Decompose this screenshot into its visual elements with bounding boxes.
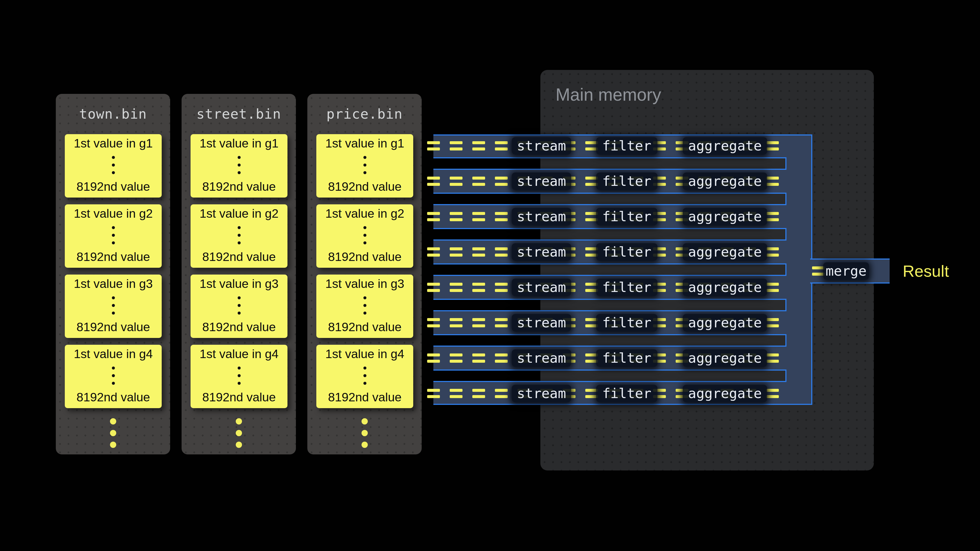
ellipsis-dots-icon [238,367,241,385]
column-file-panel: price.bin 1st value in g1 8192nd value 1… [307,94,422,454]
equals-dash-icon [427,141,440,151]
merge-branch: merge [810,259,889,284]
granule-first-value: 1st value in g4 [74,347,153,361]
granule-blocks: 1st value in g1 8192nd value 1st value i… [181,134,296,408]
pipeline-slot [433,193,786,205]
equals-dash-icon [472,176,485,186]
granule-first-value: 1st value in g1 [200,136,278,151]
filter-box: filter [596,137,657,154]
granule-first-value: 1st value in g4 [200,347,278,361]
equals-dash-icon [766,141,779,151]
ellipsis-dots-icon [238,296,241,314]
equals-dash-icon [495,318,508,327]
column-file-panel: town.bin 1st value in g1 8192nd value 1s… [56,94,170,454]
granule-last-value: 8192nd value [202,390,276,404]
filter-box: filter [596,349,657,367]
equals-dash-icon [427,283,440,292]
aggregate-box: aggregate [683,173,767,190]
granule-last-value: 8192nd value [328,320,401,334]
column-file-panel: street.bin 1st value in g1 8192nd value … [181,94,296,454]
ellipsis-dots-icon [181,418,296,448]
granule-blocks: 1st value in g1 8192nd value 1st value i… [307,134,422,408]
column-file-title: price.bin [307,94,422,134]
column-file-title: town.bin [56,94,170,134]
granule-block: 1st value in g1 8192nd value [65,134,162,197]
equals-dash-icon [427,354,440,363]
equals-dash-icon [427,247,440,257]
equals-dash-icon [495,212,508,221]
equals-dash-icon [427,212,440,221]
pipeline-slot [433,157,786,170]
granule-first-value: 1st value in g3 [74,277,153,291]
granule-first-value: 1st value in g4 [325,347,404,361]
granule-block: 1st value in g4 8192nd value [316,345,413,408]
equals-dash-icon [450,354,463,363]
pipeline-lane: stream filter aggregate [433,241,811,264]
granule-last-value: 8192nd value [328,390,401,404]
granule-last-value: 8192nd value [328,250,401,264]
equals-dash-icon [495,176,508,186]
granule-first-value: 1st value in g1 [325,136,404,151]
granule-block: 1st value in g4 8192nd value [191,345,288,408]
equals-dash-icon [766,283,779,292]
equals-dash-icon [766,212,779,221]
equals-dash-icon [495,141,508,151]
filter-box: filter [596,243,657,261]
equals-dash-icon [450,283,463,292]
pipeline-lane: stream filter aggregate [433,170,811,193]
granule-block: 1st value in g4 8192nd value [65,345,162,408]
granule-block: 1st value in g1 8192nd value [316,134,413,197]
merge-box: merge [823,262,869,280]
stream-box: stream [512,385,571,402]
pipeline-slot [433,334,786,347]
granule-first-value: 1st value in g3 [200,277,278,291]
equals-dash-icon [495,283,508,292]
ellipsis-dots-icon [363,367,366,385]
filter-box: filter [596,279,657,296]
stream-box: stream [512,137,571,154]
equals-dash-icon [766,389,779,398]
stream-box: stream [512,243,571,261]
granule-first-value: 1st value in g2 [74,206,153,221]
ellipsis-dots-icon [112,156,115,174]
ellipsis-dots-icon [56,418,170,448]
equals-dash-icon [472,318,485,327]
equals-dash-icon [427,176,440,186]
ellipsis-dots-icon [112,367,115,385]
equals-dash-icon [495,354,508,363]
ellipsis-dots-icon [363,156,366,174]
granule-last-value: 8192nd value [76,179,150,194]
granule-last-value: 8192nd value [202,250,276,264]
granule-last-value: 8192nd value [202,320,276,334]
equals-dash-icon [450,212,463,221]
granule-first-value: 1st value in g2 [200,206,278,221]
stream-box: stream [512,208,571,225]
pipeline-lane: stream filter aggregate [433,205,811,228]
granule-first-value: 1st value in g3 [325,277,404,291]
ellipsis-dots-icon [307,418,422,448]
equals-dash-icon [450,389,463,398]
pipeline-lane: stream filter aggregate [433,347,811,370]
granule-block: 1st value in g3 8192nd value [316,275,413,338]
stream-box: stream [512,173,571,190]
ellipsis-dots-icon [363,296,366,314]
granule-block: 1st value in g2 8192nd value [65,204,162,268]
granule-block: 1st value in g1 8192nd value [191,134,288,197]
aggregate-box: aggregate [683,314,767,332]
equals-dash-icon [472,283,485,292]
equals-dash-icon [427,318,440,327]
aggregate-box: aggregate [683,385,767,402]
aggregate-box: aggregate [683,208,767,225]
aggregate-box: aggregate [683,279,767,296]
granule-first-value: 1st value in g2 [325,206,404,221]
equals-dash-icon [450,247,463,257]
equals-dash-icon [495,389,508,398]
aggregate-box: aggregate [683,349,767,367]
diagram-canvas: Main memory town.bin 1st value in g1 819… [0,0,980,551]
equals-dash-icon [472,212,485,221]
equals-dash-icon [472,247,485,257]
granule-last-value: 8192nd value [76,320,150,334]
pipeline-slot [433,370,786,382]
equals-dash-icon [427,389,440,398]
pipeline-slot [433,228,786,241]
